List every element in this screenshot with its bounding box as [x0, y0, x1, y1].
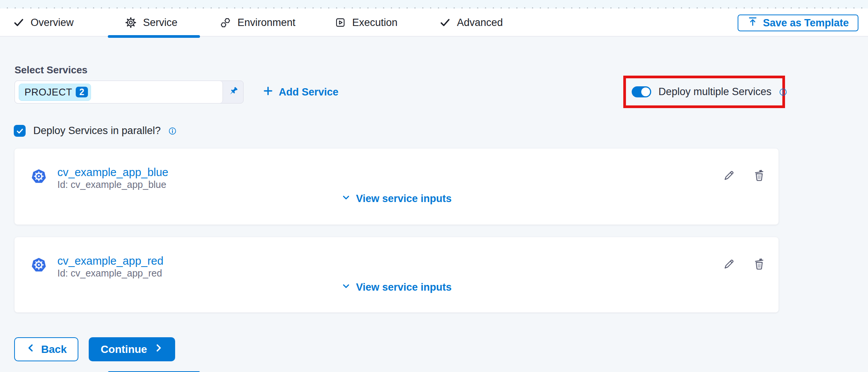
- plus-icon: [262, 85, 274, 99]
- pipeline-canvas-dots: [0, 0, 868, 8]
- view-service-inputs-toggle[interactable]: View service inputs: [15, 281, 779, 293]
- tab-label: Environment: [237, 17, 296, 29]
- tab-label: Overview: [31, 17, 74, 29]
- tab-label: Service: [143, 17, 177, 29]
- gear-icon: [125, 17, 137, 28]
- deploy-multiple-label: Deploy multiple Services: [658, 86, 772, 98]
- deploy-parallel-checkbox[interactable]: [14, 125, 26, 137]
- pin-button[interactable]: [223, 81, 243, 103]
- tab-label: Execution: [352, 17, 398, 29]
- check-icon: [15, 126, 24, 136]
- continue-label: Continue: [101, 343, 147, 356]
- tab-service[interactable]: Service: [125, 8, 177, 37]
- deploy-parallel-row: Deploy Services in parallel?: [14, 125, 177, 137]
- info-icon[interactable]: [779, 88, 787, 96]
- play-square-icon: [335, 17, 346, 28]
- stage-tabbar: Overview Service Environmen: [0, 8, 868, 37]
- view-service-inputs-toggle[interactable]: View service inputs: [15, 193, 779, 205]
- deploy-multiple-highlight-box: Deploy multiple Services: [623, 76, 785, 108]
- add-service-label: Add Service: [279, 86, 338, 98]
- view-service-inputs-label: View service inputs: [356, 281, 452, 293]
- view-service-inputs-label: View service inputs: [356, 193, 452, 205]
- chevron-down-icon: [341, 193, 351, 205]
- chevron-right-icon: [153, 343, 163, 356]
- upload-icon: [747, 16, 758, 30]
- pin-icon: [228, 86, 239, 99]
- chevron-left-icon: [26, 343, 36, 356]
- tab-advanced[interactable]: Advanced: [440, 8, 503, 37]
- kubernetes-icon: [30, 168, 47, 186]
- tab-execution[interactable]: Execution: [335, 8, 398, 37]
- add-service-button[interactable]: Add Service: [262, 85, 338, 99]
- check-icon: [13, 17, 24, 28]
- chip-label: PROJECT: [24, 86, 72, 98]
- active-tab-underline: [108, 35, 200, 38]
- service-card: cv_example_app_red Id: cv_example_app_re…: [15, 237, 779, 312]
- check-icon: [440, 17, 450, 28]
- hexagons-icon: [220, 17, 231, 28]
- info-icon[interactable]: [168, 127, 177, 135]
- service-name-link[interactable]: cv_example_app_red: [57, 255, 163, 267]
- project-chip[interactable]: PROJECT 2: [19, 84, 91, 101]
- deploy-multiple-toggle[interactable]: [632, 86, 651, 97]
- tab-overview[interactable]: Overview: [13, 8, 74, 37]
- continue-button[interactable]: Continue: [89, 337, 175, 361]
- edit-pencil-icon[interactable]: [723, 258, 735, 272]
- toggle-knob: [641, 87, 650, 96]
- save-as-template-label: Save as Template: [763, 17, 849, 29]
- select-services-value-area[interactable]: PROJECT 2: [15, 81, 223, 103]
- tab-label: Advanced: [457, 17, 503, 29]
- back-label: Back: [41, 343, 67, 356]
- kubernetes-icon: [30, 256, 47, 275]
- trash-icon[interactable]: [753, 168, 766, 183]
- service-id: Id: cv_example_app_blue: [57, 179, 166, 190]
- chevron-down-icon: [341, 281, 351, 293]
- service-id: Id: cv_example_app_red: [57, 268, 162, 279]
- service-card: cv_example_app_blue Id: cv_example_app_b…: [15, 149, 779, 225]
- save-as-template-button[interactable]: Save as Template: [738, 15, 858, 31]
- chip-count-badge: 2: [76, 87, 88, 97]
- tab-environment[interactable]: Environment: [220, 8, 296, 37]
- select-services-label: Select Services: [15, 64, 88, 76]
- edit-pencil-icon[interactable]: [723, 169, 735, 183]
- back-button[interactable]: Back: [14, 337, 78, 361]
- deploy-parallel-label: Deploy Services in parallel?: [33, 125, 161, 137]
- service-name-link[interactable]: cv_example_app_blue: [57, 166, 168, 179]
- select-services-input[interactable]: PROJECT 2: [15, 81, 244, 104]
- trash-icon[interactable]: [753, 257, 766, 272]
